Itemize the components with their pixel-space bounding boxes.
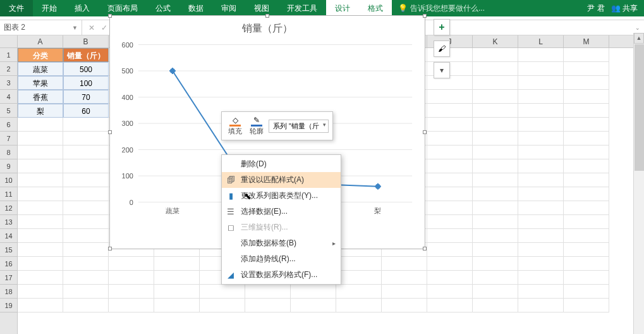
cancel-icon[interactable]: ✕ <box>88 23 95 32</box>
cell[interactable] <box>564 173 609 187</box>
tab-file[interactable]: 文件 <box>0 0 33 16</box>
cell[interactable] <box>18 159 63 173</box>
ctx-reset-match-style[interactable]: 🗐重设以匹配样式(A) <box>222 172 341 188</box>
column-header[interactable]: A <box>18 35 63 47</box>
cell[interactable] <box>564 215 609 229</box>
cell[interactable] <box>109 257 154 271</box>
row-header[interactable]: 2 <box>0 62 17 76</box>
cell[interactable] <box>473 229 518 243</box>
tab-review[interactable]: 审阅 <box>212 0 245 16</box>
row-header[interactable]: 14 <box>0 229 17 243</box>
row-header[interactable]: 13 <box>0 215 17 229</box>
cell[interactable] <box>564 201 609 215</box>
cell[interactable] <box>473 132 518 145</box>
cell[interactable] <box>18 257 63 271</box>
cell[interactable] <box>518 173 564 187</box>
cell[interactable] <box>473 48 518 62</box>
cell[interactable] <box>18 215 63 229</box>
cell[interactable] <box>18 132 63 145</box>
row-header[interactable]: 12 <box>0 201 17 215</box>
row-header[interactable]: 17 <box>0 271 17 285</box>
cell[interactable] <box>518 145 564 159</box>
cell[interactable] <box>473 187 518 201</box>
row-header[interactable]: 3 <box>0 76 17 90</box>
cell[interactable] <box>382 257 427 271</box>
cell[interactable] <box>245 299 291 312</box>
select-all-cell[interactable] <box>0 35 17 48</box>
tab-dev[interactable]: 开发工具 <box>278 0 326 16</box>
cell[interactable] <box>473 201 518 215</box>
resize-handle[interactable] <box>423 14 427 18</box>
cell[interactable] <box>473 271 518 285</box>
cell[interactable] <box>336 271 382 285</box>
cell[interactable] <box>336 299 382 312</box>
cell[interactable] <box>63 299 109 312</box>
cell[interactable] <box>564 271 609 285</box>
cell[interactable] <box>154 271 200 285</box>
chart-styles-button[interactable]: 🖌 <box>434 40 450 57</box>
cell[interactable] <box>427 299 473 312</box>
cell[interactable] <box>382 299 427 312</box>
scrollbar-thumb[interactable] <box>635 44 644 171</box>
row-header[interactable]: 15 <box>0 243 17 257</box>
cell[interactable] <box>518 285 564 299</box>
ctx-add-trendline[interactable]: 添加趋势线(R)... <box>222 251 341 267</box>
series-selector-dropdown[interactable]: 系列 "销量（斤 <box>269 120 329 133</box>
vertical-scrollbar[interactable]: ▲ <box>633 33 644 334</box>
cell[interactable] <box>427 104 473 118</box>
resize-handle[interactable] <box>108 130 112 134</box>
chart-elements-button[interactable]: + <box>434 19 450 35</box>
row-header[interactable]: 9 <box>0 159 17 173</box>
row-header[interactable]: 4 <box>0 90 17 104</box>
ctx-change-chart-type[interactable]: ▮更改系列图表类型(Y)... <box>222 188 341 204</box>
cell[interactable] <box>18 145 63 159</box>
tab-home[interactable]: 开始 <box>33 0 66 16</box>
row-header[interactable]: 8 <box>0 145 17 159</box>
row-header[interactable]: 5 <box>0 104 17 118</box>
cell[interactable] <box>564 104 609 118</box>
cell[interactable] <box>564 229 609 243</box>
cell[interactable]: 蔬菜 <box>18 62 63 76</box>
cell[interactable] <box>518 132 564 145</box>
chevron-down-icon[interactable]: ▼ <box>72 25 78 31</box>
column-header[interactable]: L <box>518 35 564 47</box>
cell[interactable]: 70 <box>63 90 109 104</box>
cell[interactable] <box>18 118 63 132</box>
cell[interactable] <box>63 285 109 299</box>
cell[interactable]: 销量（斤） <box>63 48 109 62</box>
cell[interactable] <box>473 118 518 132</box>
cell[interactable] <box>200 299 245 312</box>
user-name[interactable]: 尹 君 <box>587 3 604 14</box>
cell[interactable] <box>427 173 473 187</box>
formula-expand-icon[interactable]: ⌄ <box>631 25 644 31</box>
cell[interactable] <box>564 132 609 145</box>
cell[interactable] <box>473 159 518 173</box>
cell[interactable] <box>109 299 154 312</box>
tell-me-search[interactable]: 💡 告诉我您想要做什么... <box>398 3 485 14</box>
cell[interactable] <box>18 187 63 201</box>
row-header[interactable]: 6 <box>0 118 17 132</box>
cell[interactable] <box>518 62 564 76</box>
cell[interactable] <box>427 118 473 132</box>
cell[interactable]: 香蕉 <box>18 90 63 104</box>
cell[interactable] <box>427 201 473 215</box>
chart-title[interactable]: 销量（斤） <box>110 16 425 38</box>
cell[interactable] <box>18 271 63 285</box>
ctx-format-series[interactable]: ◢设置数据系列格式(F)... <box>222 267 341 283</box>
cell[interactable] <box>63 271 109 285</box>
cell[interactable] <box>564 187 609 201</box>
cell[interactable] <box>63 215 109 229</box>
cell[interactable] <box>564 90 609 104</box>
column-header[interactable]: M <box>564 35 609 47</box>
cell[interactable] <box>518 159 564 173</box>
cell[interactable] <box>518 104 564 118</box>
row-header[interactable]: 16 <box>0 257 17 271</box>
cell[interactable] <box>473 104 518 118</box>
cell[interactable] <box>473 215 518 229</box>
ctx-select-data[interactable]: ☰选择数据(E)... <box>222 204 341 220</box>
cell[interactable] <box>109 271 154 285</box>
cell[interactable] <box>564 159 609 173</box>
cell[interactable] <box>518 299 564 312</box>
chart-filter-button[interactable]: ▾ <box>434 62 450 78</box>
share-button[interactable]: 👥 共享 <box>611 3 638 14</box>
